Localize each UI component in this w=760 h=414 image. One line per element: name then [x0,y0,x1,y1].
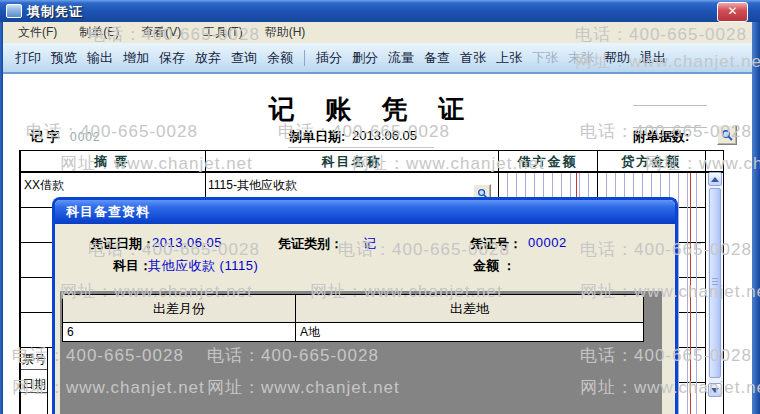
toolbar-button[interactable]: 删分 [347,49,383,67]
chevron-down-icon [711,388,719,393]
app-window: 填制凭证 ✕ 文件(F)制单(E)查看(V)工具(T)帮助(H) 打印预览输出增… [0,0,760,414]
window-icon [6,4,22,18]
grid-row: 6A地 [63,323,644,342]
voucher-no-label: 凭证号： [470,235,522,253]
make-date-value: 2013.06.05 [352,128,417,143]
window-title: 填制凭证 [27,3,83,21]
toolbar-button[interactable]: 放弃 [190,49,226,67]
voucher-title: 记 账 凭 证 [0,92,745,127]
toolbar-button[interactable]: 查询 [226,49,262,67]
voucher-word-number: 0002 [70,130,101,144]
ticket-no-label: 票号 [22,351,46,368]
menu-item[interactable]: 工具(T) [192,22,253,43]
account-label: 科目： [113,257,152,275]
voucher-date-value: 2013.06.05 [152,235,222,250]
toolbar-button[interactable]: 帮助 [599,49,635,67]
toolbar-button[interactable]: 预览 [46,49,82,67]
grid-column-header: 出差月份 [63,295,296,323]
toolbar-button[interactable]: 首张 [455,49,491,67]
amount-label: 金额 ： [473,257,516,275]
chevron-up-icon [711,177,719,182]
toolbar-separator [304,50,305,66]
footer-line [19,369,47,370]
grid-line [47,347,48,414]
grid-line [705,150,706,414]
title-bar: 填制凭证 ✕ [0,0,760,22]
scroll-up-button[interactable] [708,172,722,186]
dialog-title-bar: 科目备查资料 [55,200,675,224]
window-border-right [752,22,760,414]
search-icon [721,129,733,141]
voucher-type-label: 凭证类别： [278,235,343,253]
date-footer-label: 日期 [22,376,46,393]
account-cell[interactable]: 1115-其他应收款 [208,177,297,194]
toolbar-button: 末张 [563,49,599,67]
grid-cell[interactable]: A地 [296,323,644,342]
scrollbar-thumb[interactable] [709,188,721,378]
reference-grid-panel: 出差月份出差地6A地 [60,291,662,414]
menu-item[interactable]: 制单(E) [68,22,130,43]
toolbar-button[interactable]: 打印 [10,49,46,67]
menu-item[interactable]: 查看(V) [130,22,192,43]
grid-line [19,150,21,414]
toolbar-button[interactable]: 上张 [491,49,527,67]
voucher-type-value: 记 [363,235,377,253]
close-icon[interactable]: ✕ [717,2,748,22]
blank-line-top [633,105,707,106]
grid-line [19,150,724,151]
attach-lookup-button[interactable] [717,125,737,145]
voucher-no-value: 00002 [528,235,567,250]
account-value: 其他应收款 (1115) [148,257,258,275]
summary-cell[interactable]: XX借款 [24,177,64,194]
make-date-label: 制单日期: [289,128,345,146]
toolbar-button[interactable]: 插分 [311,49,347,67]
grid-line [723,150,724,414]
grid-cell[interactable]: 6 [63,323,296,342]
date-underline [288,147,434,148]
toolbar-button[interactable]: 增加 [118,49,154,67]
credit-red-line [690,173,691,414]
toolbar: 打印预览输出增加保存放弃查询余额插分删分流量备查首张上张下张末张帮助退出 [3,43,752,74]
voucher-date-label: 凭证日期： [90,235,155,253]
column-header-account: 科目名称 [205,153,498,171]
menu-item[interactable]: 帮助(H) [254,22,317,43]
toolbar-button[interactable]: 流量 [383,49,419,67]
window-border-left [0,22,3,414]
column-header-summary: 摘 要 [19,153,205,171]
column-header-credit: 贷方金额 [597,153,705,171]
grid-column-header: 出差地 [296,295,644,323]
toolbar-button[interactable]: 输出 [82,49,118,67]
toolbar-button[interactable]: 备查 [419,49,455,67]
toolbar-button[interactable]: 余额 [262,49,298,67]
reference-grid: 出差月份出差地6A地 [62,294,644,342]
account-reference-dialog: 科目备查资料 凭证日期： 2013.06.05 凭证类别： 记 凭证号： 000… [52,197,678,414]
menu-item[interactable]: 文件(F) [7,22,68,43]
toolbar-button[interactable]: 退出 [635,49,671,67]
scroll-down-button[interactable] [708,383,722,397]
column-header-debit: 借方金额 [498,153,597,171]
attach-count-label: 附单据数: [633,128,689,146]
toolbar-button: 下张 [527,49,563,67]
toolbar-button[interactable]: 保存 [154,49,190,67]
menu-bar: 文件(F)制单(E)查看(V)工具(T)帮助(H) [3,22,752,43]
voucher-word-label: 记 字 [30,128,60,146]
